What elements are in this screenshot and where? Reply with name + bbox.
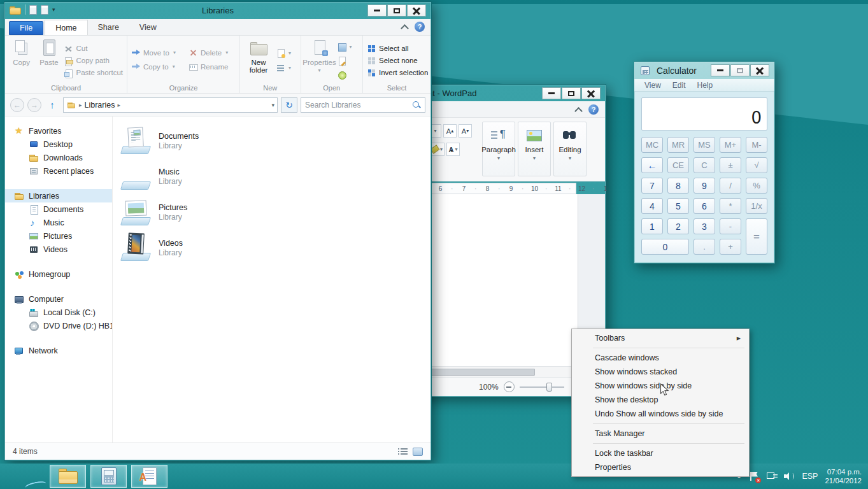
key-add[interactable]: +	[720, 239, 741, 255]
search-box[interactable]	[301, 97, 425, 113]
move-to-button[interactable]: Move to	[131, 46, 186, 59]
wordpad-close-button[interactable]	[581, 87, 601, 99]
menu-item-toolbars[interactable]: Toolbars	[574, 331, 747, 345]
insert-group-button[interactable]: Insert ▾	[518, 122, 551, 176]
key-3[interactable]: 3	[694, 218, 715, 234]
taskbar-ie-button[interactable]	[9, 465, 45, 488]
key-2[interactable]: 2	[667, 218, 689, 234]
copy-to-button[interactable]: Copy to	[131, 60, 186, 73]
taskbar-calculator-button[interactable]	[90, 465, 127, 488]
explorer-titlebar[interactable]: ▾ Libraries	[4, 2, 431, 19]
thumbnail-view-icon[interactable]	[413, 448, 423, 456]
search-input[interactable]	[305, 101, 412, 110]
language-indicator[interactable]: ESP	[802, 472, 818, 481]
tab-share[interactable]: Share	[88, 20, 129, 35]
sidebar-item-videos[interactable]: Videos	[5, 243, 112, 256]
editing-group-button[interactable]: Editing ▾	[553, 122, 587, 176]
library-item-videos[interactable]: VideosLibrary	[120, 230, 430, 266]
sidebar-item-network[interactable]: Network	[5, 344, 112, 357]
sidebar-item-homegroup[interactable]: Homegroup	[5, 267, 112, 281]
sidebar-item-music[interactable]: Music	[5, 216, 112, 229]
key-equals[interactable]: =	[746, 218, 767, 255]
key-percent[interactable]: %	[746, 178, 767, 194]
key-decimal[interactable]: .	[694, 239, 715, 255]
new-folder-button[interactable]: New folder	[244, 38, 273, 83]
zoom-out-button[interactable]	[504, 381, 515, 392]
tab-file[interactable]: File	[9, 21, 43, 35]
key-memory-recall[interactable]: MR	[667, 137, 689, 153]
key-multiply[interactable]: *	[720, 198, 741, 214]
key-clear[interactable]: C	[694, 157, 715, 173]
help-icon[interactable]: ?	[588, 104, 599, 115]
tab-home[interactable]: Home	[45, 20, 87, 35]
action-center-flag-icon[interactable]: ×	[748, 471, 759, 482]
select-none-button[interactable]: Select none	[367, 55, 428, 67]
sidebar-item-dvd-drive[interactable]: DVD Drive (D:) HB1_	[5, 319, 112, 332]
menu-item-lock-the-taskbar[interactable]: Lock the taskbar	[574, 446, 747, 460]
menu-item-undo-show-all-windows-side-by-side[interactable]: Undo Show all windows side by side	[574, 407, 747, 421]
key-reciprocal[interactable]: 1/x	[746, 198, 767, 214]
wordpad-minimize-button[interactable]	[542, 87, 561, 99]
key-7[interactable]: 7	[641, 178, 663, 194]
sidebar-item-documents[interactable]: Documents	[5, 202, 112, 216]
calc-menu-help[interactable]: Help	[692, 81, 718, 90]
sidebar-item-libraries[interactable]: Libraries	[5, 189, 112, 202]
key-5[interactable]: 5	[667, 198, 689, 214]
sidebar-item-downloads[interactable]: Downloads	[5, 151, 112, 164]
key-memory-clear[interactable]: MC	[641, 137, 663, 153]
sidebar-item-favorites[interactable]: Favorites	[5, 124, 112, 138]
clock[interactable]: 07:04 p.m. 21/04/2012	[825, 467, 862, 485]
key-memory-store[interactable]: MS	[694, 137, 715, 153]
paste-shortcut-button[interactable]: Paste shortcut	[64, 67, 123, 79]
key-memory-add[interactable]: M+	[720, 137, 741, 153]
taskbar-wordpad-button[interactable]	[131, 465, 167, 488]
menu-item-cascade-windows[interactable]: Cascade windows	[574, 351, 747, 365]
address-bar[interactable]: ▸ Libraries ▸ ▾	[63, 97, 278, 113]
volume-icon[interactable]	[784, 471, 795, 482]
key-square-root[interactable]: √	[746, 157, 767, 173]
refresh-button[interactable]: ↻	[281, 97, 297, 113]
sidebar-item-pictures[interactable]: Pictures	[5, 229, 112, 243]
sidebar-item-local-disk[interactable]: Local Disk (C:)	[5, 306, 112, 319]
calculator-maximize-button[interactable]	[730, 64, 750, 76]
network-tray-icon[interactable]	[766, 471, 777, 482]
wordpad-maximize-button[interactable]	[562, 87, 581, 99]
explorer-minimize-button[interactable]	[367, 4, 387, 17]
key-backspace[interactable]: ←	[641, 157, 663, 173]
library-item-music[interactable]: MusicLibrary	[120, 159, 430, 194]
tab-view[interactable]: View	[129, 20, 167, 35]
key-clear-entry[interactable]: CE	[667, 157, 689, 173]
copy-button[interactable]: Copy	[9, 38, 34, 83]
calculator-close-button[interactable]	[750, 64, 769, 76]
grow-font-icon[interactable]: A	[443, 124, 457, 138]
properties-button[interactable]: Properties ▾	[305, 38, 334, 83]
help-icon[interactable]: ?	[415, 22, 425, 32]
zoom-slider-thumb[interactable]	[546, 383, 552, 392]
key-1[interactable]: 1	[641, 218, 663, 234]
sidebar-item-desktop[interactable]: Desktop	[5, 138, 112, 151]
calculator-titlebar[interactable]: Calculator	[634, 62, 774, 79]
zoom-slider[interactable]	[520, 386, 564, 388]
key-divide[interactable]: /	[720, 178, 741, 194]
key-4[interactable]: 4	[641, 198, 663, 214]
key-subtract[interactable]: -	[720, 218, 741, 234]
key-0[interactable]: 0	[641, 239, 689, 255]
explorer-maximize-button[interactable]	[387, 4, 406, 17]
rename-button[interactable]: Rename	[189, 60, 236, 73]
minimize-ribbon-icon[interactable]	[402, 25, 408, 29]
key-6[interactable]: 6	[694, 198, 715, 214]
explorer-close-button[interactable]	[407, 4, 426, 17]
address-dropdown-icon[interactable]: ▾	[271, 102, 274, 108]
calc-menu-edit[interactable]: Edit	[667, 81, 691, 90]
details-view-icon[interactable]	[398, 448, 408, 455]
back-button[interactable]: ←	[10, 98, 24, 112]
cut-button[interactable]: Cut	[64, 43, 123, 55]
key-9[interactable]: 9	[694, 178, 715, 194]
paragraph-group-button[interactable]: Paragraph ▾	[482, 122, 515, 176]
key-memory-subtract[interactable]: M-	[746, 137, 767, 153]
menu-item-properties[interactable]: Properties	[574, 460, 747, 474]
key-8[interactable]: 8	[667, 178, 689, 194]
menu-item-show-windows-stacked[interactable]: Show windows stacked	[574, 365, 747, 379]
calculator-minimize-button[interactable]	[711, 64, 730, 76]
copy-path-button[interactable]: Copy path	[64, 55, 123, 67]
